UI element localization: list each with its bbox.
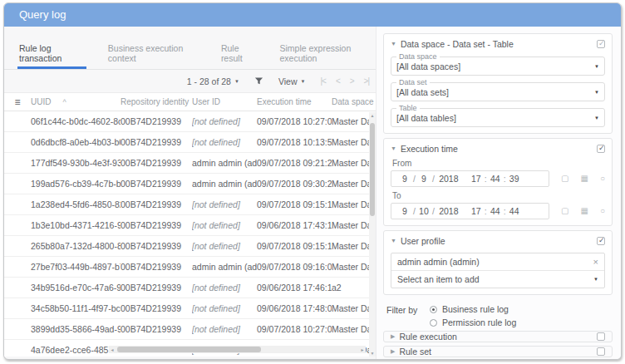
vertical-scrollbar-thumb[interactable] bbox=[370, 123, 375, 216]
cell-user-id: admin admin (admin) bbox=[192, 179, 257, 189]
cell-user-id: [not defined] bbox=[192, 199, 257, 209]
section-rule-set[interactable]: ▶ Rule set bbox=[383, 346, 613, 357]
horizontal-scrollbar[interactable]: ◂ ▸ bbox=[109, 346, 366, 353]
column-header-repository-identity[interactable]: Repository identity bbox=[121, 97, 192, 106]
radio-icon[interactable] bbox=[430, 319, 437, 327]
table-row[interactable]: 34c58b50-11f1-4f97-bca4-6 00B74D219939 [… bbox=[4, 298, 376, 319]
section-data-space-header[interactable]: ▼ Data space - Data set - Table bbox=[391, 37, 605, 50]
prev-page-button[interactable]: < bbox=[336, 76, 340, 86]
horizontal-scrollbar-thumb[interactable] bbox=[117, 347, 261, 352]
cell-execution-time: 09/06/2018 17:48:09 bbox=[257, 303, 332, 313]
remove-item-icon[interactable]: × bbox=[593, 257, 598, 267]
table-body: 06f1c44c-b0dc-4602-8c5b-e 00B74D219939 [… bbox=[4, 111, 376, 357]
table-row[interactable]: 199ad576-cb39-4c7b-b8bc-a 00B74D219939 a… bbox=[4, 174, 376, 194]
cell-uuid: 34b9516d-e70c-47a6-97fa-5 bbox=[31, 283, 121, 293]
cell-execution-time: 09/07/2018 09:15:14 bbox=[257, 241, 332, 251]
section-user-profile: ▼ User profile admin admin (admin) × Sel… bbox=[383, 230, 613, 295]
section-execution-time-header[interactable]: ▼ Execution time bbox=[391, 142, 605, 155]
calendar-icon[interactable]: ▢ bbox=[561, 175, 568, 183]
user-profile-section-checkbox[interactable] bbox=[597, 237, 605, 245]
cell-user-id: admin admin (admin) bbox=[192, 158, 257, 168]
radio-icon[interactable] bbox=[430, 306, 437, 313]
cell-repository-identity: 00B74D219939 bbox=[121, 199, 192, 209]
view-dropdown[interactable]: View ▼ bbox=[278, 76, 306, 86]
vertical-scrollbar[interactable]: ▲ ▼ bbox=[369, 112, 376, 357]
radio-permission-rule-log[interactable]: Permission rule log bbox=[430, 317, 516, 327]
cell-uuid: 1b3e10bd-4371-4216-93dc- bbox=[31, 220, 121, 230]
execution-time-section-checkbox[interactable] bbox=[597, 145, 605, 153]
table-row[interactable]: 1b3e10bd-4371-4216-93dc- 00B74D219939 [n… bbox=[4, 215, 376, 236]
to-datetime-input[interactable]: 9/10/201817:44:44 bbox=[391, 203, 549, 219]
cell-user-id: admin admin (admin) bbox=[192, 262, 257, 272]
cell-user-id: [not defined] bbox=[192, 241, 257, 251]
cell-user-id: [not defined] bbox=[192, 220, 257, 230]
date-grid-icon[interactable]: ▦ bbox=[581, 175, 588, 183]
chevron-down-icon: ▼ bbox=[391, 145, 396, 151]
scroll-right-icon[interactable]: ▸ bbox=[359, 347, 366, 352]
date-grid-icon[interactable]: ▦ bbox=[581, 207, 588, 215]
pagination-nav: |< < > >| bbox=[320, 76, 369, 86]
cell-execution-time: 09/07/2018 10:27:00 bbox=[257, 324, 332, 334]
first-page-button[interactable]: |< bbox=[320, 76, 325, 86]
cell-repository-identity: 00B74D219939 bbox=[121, 179, 192, 189]
cell-execution-time: 09/07/2018 09:21:29 bbox=[257, 158, 332, 168]
pagination-label: 1 - 28 of 28 bbox=[187, 76, 231, 86]
table-row[interactable]: 27be7f03-449b-4897-b7ca-e 00B74D219939 a… bbox=[4, 257, 376, 278]
tab-rule-result[interactable]: Rule result bbox=[219, 38, 258, 69]
cell-user-id: [not defined] bbox=[192, 137, 257, 147]
section-execution-time: ▼ Execution time From 9/9/201817:44:39 ▢… bbox=[383, 138, 613, 226]
column-header-execution-time[interactable]: Execution time bbox=[257, 97, 332, 106]
table-row[interactable]: 1a238ed4-5fd6-4850-8233- 00B74D219939 [n… bbox=[4, 194, 376, 215]
tab-business-execution-context[interactable]: Business execution context bbox=[106, 38, 199, 69]
clock-icon[interactable]: ○ bbox=[600, 175, 605, 183]
filter-button[interactable] bbox=[254, 76, 263, 86]
tab-rule-log-transaction[interactable]: Rule log transaction bbox=[17, 38, 86, 69]
data-space-select[interactable]: [All data spaces] ▼ bbox=[396, 61, 599, 71]
clock-icon[interactable]: ○ bbox=[600, 207, 605, 215]
table-row[interactable]: 0d6dbcf8-a0eb-4b03-b07e-0 00B74D219939 [… bbox=[4, 132, 376, 153]
cell-uuid: 3899dd35-5866-49ad-9530- bbox=[31, 324, 121, 334]
cell-execution-time: 09/06/2018 17:43:11 bbox=[257, 220, 332, 230]
section-rule-execution[interactable]: ▶ Rule execution bbox=[383, 331, 613, 342]
scroll-left-icon[interactable]: ◂ bbox=[109, 347, 116, 352]
cell-uuid: 34c58b50-11f1-4f97-bca4-6 bbox=[31, 303, 121, 313]
cell-execution-time: 09/07/2018 10:13:52 bbox=[257, 137, 332, 147]
cell-uuid: 265b80a7-132d-4800-8847- bbox=[31, 241, 121, 251]
user-profile-add-select[interactable]: Select an item to add ▼ bbox=[391, 271, 604, 288]
data-set-select[interactable]: [All data sets] ▼ bbox=[396, 87, 599, 97]
radio-business-rule-log[interactable]: Business rule log bbox=[430, 304, 516, 314]
menu-icon[interactable]: ≡ bbox=[14, 96, 20, 108]
scroll-up-icon[interactable]: ▲ bbox=[369, 113, 376, 118]
filter-by-group: Filter by Business rule log Permission r… bbox=[383, 299, 613, 331]
calendar-icon[interactable]: ▢ bbox=[561, 207, 568, 215]
query-log-window: Query log Rule log transaction Business … bbox=[3, 2, 622, 360]
table-row[interactable]: 34b9516d-e70c-47a6-97fa-5 00B74D219939 [… bbox=[4, 278, 376, 298]
cell-uuid: 06f1c44c-b0dc-4602-8c5b-e bbox=[31, 116, 121, 126]
table-select[interactable]: [All data tables] ▼ bbox=[396, 113, 599, 123]
chevron-down-icon: ▼ bbox=[594, 116, 599, 121]
rule-set-checkbox[interactable] bbox=[597, 347, 605, 356]
page-title: Query log bbox=[19, 8, 66, 21]
data-space-section-checkbox[interactable] bbox=[597, 40, 605, 48]
column-header-user-id[interactable]: User ID bbox=[192, 97, 257, 106]
table-header: ≡ UUID^ Repository identity User ID Exec… bbox=[4, 93, 376, 111]
chevron-down-icon: ▼ bbox=[391, 238, 396, 243]
scroll-down-icon[interactable]: ▼ bbox=[369, 351, 376, 356]
table-row[interactable]: 06f1c44c-b0dc-4602-8c5b-e 00B74D219939 [… bbox=[4, 111, 376, 132]
from-datetime-input[interactable]: 9/9/201817:44:39 bbox=[391, 170, 549, 187]
table-row[interactable]: 265b80a7-132d-4800-8847- 00B74D219939 [n… bbox=[4, 236, 376, 257]
column-header-uuid[interactable]: UUID^ bbox=[31, 97, 121, 106]
rule-execution-checkbox[interactable] bbox=[597, 332, 605, 341]
column-header-data-space[interactable]: Data space bbox=[332, 97, 376, 106]
section-user-profile-header[interactable]: ▼ User profile bbox=[391, 234, 605, 247]
table-row[interactable]: 3899dd35-5866-49ad-9530- 00B74D219939 [n… bbox=[4, 319, 376, 340]
window-titlebar: Query log bbox=[4, 3, 621, 27]
cell-repository-identity: 00B74D219939 bbox=[121, 137, 192, 147]
cell-repository-identity: 00B74D219939 bbox=[121, 262, 192, 272]
next-page-button[interactable]: > bbox=[350, 76, 354, 86]
last-page-button[interactable]: >| bbox=[364, 76, 369, 86]
table-row[interactable]: 177df549-930b-4e3f-93af-4 00B74D219939 a… bbox=[4, 153, 376, 174]
section-data-space: ▼ Data space - Data set - Table Data spa… bbox=[383, 33, 613, 134]
pagination-dropdown[interactable]: 1 - 28 of 28 ▼ bbox=[187, 76, 239, 86]
tab-simple-expression-execution[interactable]: Simple expression execution bbox=[278, 38, 376, 69]
